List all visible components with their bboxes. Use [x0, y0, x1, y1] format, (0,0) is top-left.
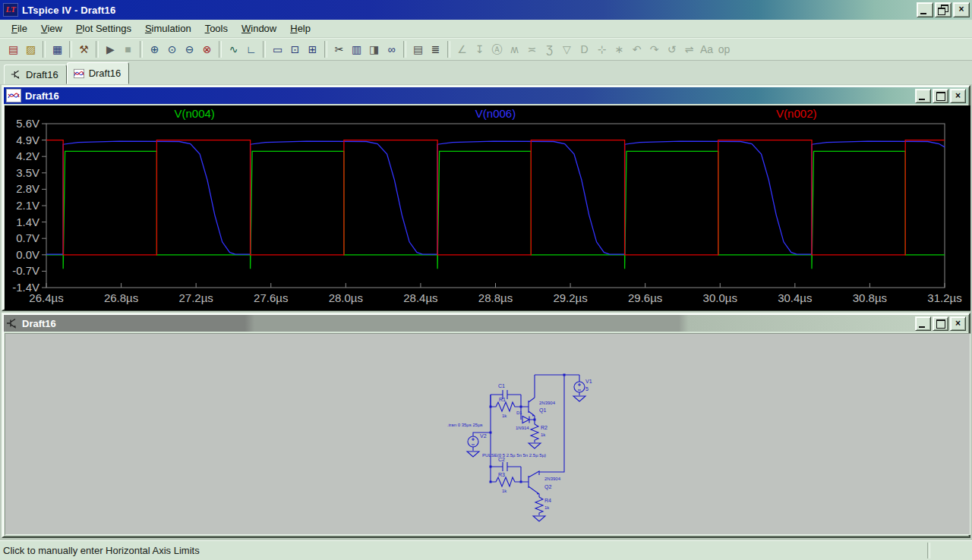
restore-button[interactable]	[935, 2, 951, 17]
main-title-bar[interactable]: LT LTspice IV - Draft16 ×	[0, 0, 972, 20]
ground-symbol	[573, 396, 585, 401]
print-button[interactable]: ≣	[427, 41, 444, 58]
zoom-full-extents-button[interactable]: ⊙	[163, 41, 181, 58]
plot-settings-button[interactable]: ∟	[242, 41, 260, 58]
trace-v(n004)	[46, 151, 945, 269]
resistor-r2[interactable]	[531, 424, 538, 442]
save-button[interactable]: ▦	[49, 41, 66, 58]
close-button[interactable]: ×	[953, 2, 970, 17]
x-tick-label: 28.4µs	[403, 291, 437, 304]
transistor-q2[interactable]	[521, 471, 539, 497]
resistor-r1[interactable]	[491, 395, 521, 411]
zoom-out-button[interactable]: ⊖	[181, 41, 198, 58]
schematic-labels: V1 5 V2 PULSE(0 5 2.5µ 5n 5n 2.5µ 5µ) .t…	[447, 379, 592, 510]
paste-button[interactable]: ◨	[365, 41, 383, 58]
print-preview-button[interactable]: ▤	[409, 41, 427, 58]
label-q1-model: 2N3904	[539, 401, 556, 405]
waveform-plot[interactable]: 5.6V4.9V4.2V3.5V2.8V2.1V1.4V0.7V0.0V-0.7…	[5, 105, 970, 310]
wave-close-button[interactable]: ×	[950, 89, 966, 103]
y-tick-label: 2.8V	[16, 182, 39, 195]
schematic-window-title: Draft16	[22, 318, 56, 329]
sch-close-button[interactable]: ×	[950, 316, 966, 331]
trace-label-v(n004)[interactable]: V(n004)	[175, 107, 215, 120]
label-r4-value: 1k	[544, 505, 550, 510]
label-r3: R3	[498, 472, 505, 477]
label-c2: C2	[498, 457, 505, 462]
open-file-button[interactable]: ▨	[22, 41, 39, 58]
copy-button[interactable]: ▥	[348, 41, 365, 58]
waveform-icon	[6, 89, 21, 102]
schematic-window-title-bar[interactable]: Draft16 ×	[4, 315, 968, 332]
cascade-windows-button[interactable]: ⊞	[304, 41, 321, 58]
status-divider	[927, 543, 930, 558]
schematic-icon	[10, 69, 22, 80]
control-panel-button[interactable]: ⚒	[75, 41, 93, 58]
run-simulation-button[interactable]: ▶	[102, 41, 119, 58]
label-r2-value: 1k	[541, 433, 546, 437]
minimize-button[interactable]	[917, 2, 933, 17]
trace-label-v(n002)[interactable]: V(n002)	[776, 107, 816, 120]
capacitor-c1[interactable]	[491, 390, 521, 399]
y-tick-label: 4.2V	[16, 149, 39, 162]
toolbar: ▤▨▦⚒▶■⊕⊙⊖⊗∿∟▭⊡⊞✂▥◨∞▤≣∠↧Ⓐʍ≍Ʒ▽D⊹∗↶↷↺⇌Aaop	[0, 38, 972, 61]
status-message[interactable]: Click to manually enter Horizontal Axis …	[3, 545, 200, 556]
tab-draft16-schematic[interactable]: Draft16	[4, 64, 67, 84]
zoom-in-button[interactable]: ⊕	[146, 41, 163, 58]
drag-button: ∗	[611, 41, 628, 58]
schematic-icon	[6, 317, 18, 329]
menu-help[interactable]: Help	[283, 20, 317, 36]
trace-v(n006)	[46, 141, 945, 254]
x-tick-label: 28.0µs	[329, 291, 363, 304]
diode-d1[interactable]	[521, 407, 535, 423]
move-button: ⊹	[593, 41, 611, 58]
wave-minimize-button[interactable]	[915, 89, 931, 103]
trace-label-v(n006)[interactable]: V(n006)	[475, 107, 516, 120]
waveform-pane[interactable]: 5.6V4.9V4.2V3.5V2.8V2.1V1.4V0.7V0.0V-0.7…	[5, 105, 970, 310]
waveform-icon	[73, 68, 85, 79]
undo-zoom-button[interactable]: ⊗	[198, 41, 216, 58]
find-button[interactable]: ∞	[383, 41, 400, 58]
wire	[535, 375, 579, 395]
draw-wire-button: ∠	[453, 41, 471, 58]
new-schematic-button[interactable]: ▤	[5, 41, 22, 58]
label-v1: V1	[585, 379, 592, 384]
sch-minimize-button[interactable]	[915, 316, 931, 331]
capacitor-c2[interactable]	[491, 462, 521, 471]
tab-draft16-waveform[interactable]: Draft16	[67, 62, 130, 84]
tile-horizontally-button[interactable]: ▭	[269, 41, 286, 58]
redo-button: ↷	[645, 41, 663, 58]
label-c1: C1	[498, 383, 505, 389]
toolbar-separator	[324, 41, 327, 58]
x-tick-label: 30.4µs	[778, 291, 812, 304]
toolbar-separator	[447, 41, 450, 58]
schematic-canvas[interactable]: V1 5 V2 PULSE(0 5 2.5µ 5n 5n 2.5µ 5µ) .t…	[5, 333, 970, 535]
tile-vertically-button[interactable]: ⊡	[286, 41, 304, 58]
cut-button[interactable]: ✂	[330, 41, 348, 58]
junction-dot	[490, 466, 492, 468]
menu-window[interactable]: Window	[235, 20, 283, 36]
resistor-r3[interactable]	[491, 467, 521, 486]
x-tick-label: 31.2µs	[927, 291, 961, 304]
menu-plot-settings[interactable]: Plot Settings	[69, 20, 138, 36]
x-tick-label: 30.0µs	[703, 291, 737, 304]
label-d1-model: 1N914	[516, 426, 529, 430]
menu-bar: File View Plot Settings Simulation Tools…	[0, 20, 972, 38]
resistor-r4[interactable]	[535, 497, 543, 515]
sch-maximize-button[interactable]	[933, 316, 948, 331]
label-r2: R2	[541, 425, 548, 430]
schematic-window: Draft16 ×	[2, 313, 970, 538]
place-diode-button: ▽	[558, 41, 576, 58]
menu-file[interactable]: File	[5, 20, 34, 36]
autorange-y-axis-button[interactable]: ∿	[225, 41, 242, 58]
spice-directive-button: op	[715, 41, 733, 58]
ground-symbol	[467, 451, 479, 457]
toolbar-separator	[219, 41, 222, 58]
place-label-button: Ⓐ	[488, 41, 506, 58]
x-tick-label: 29.2µs	[553, 291, 587, 304]
wave-maximize-button[interactable]	[933, 89, 948, 103]
menu-tools[interactable]: Tools	[198, 20, 235, 36]
x-tick-label: 27.6µs	[254, 291, 288, 304]
waveform-window-title-bar[interactable]: Draft16 ×	[4, 87, 968, 104]
menu-simulation[interactable]: Simulation	[138, 20, 198, 36]
menu-view[interactable]: View	[34, 20, 69, 36]
